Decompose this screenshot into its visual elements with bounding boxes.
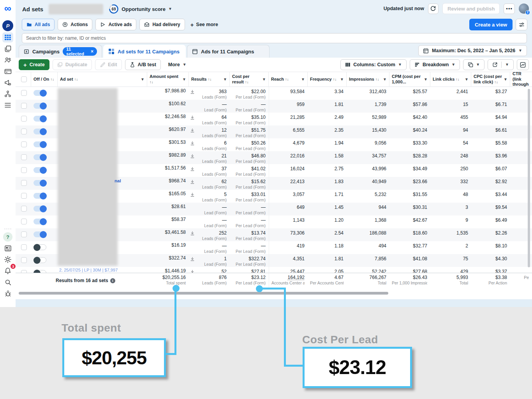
ab-test-button[interactable]: A/B test [125, 59, 161, 70]
duplicate-button[interactable]: Duplicate [53, 59, 92, 70]
ad-set-toggle[interactable] [33, 180, 46, 186]
search-input[interactable] [22, 33, 527, 43]
more-options-button[interactable]: ••• [504, 4, 515, 14]
filter-had-delivery[interactable]: Had delivery [139, 19, 185, 30]
amount-spent-cell: $322.74 [147, 254, 189, 267]
ad-set-name-link[interactable]: 2. 25/07/25 | LP | 30M | $7,997 [59, 268, 135, 272]
row-checkbox[interactable] [21, 141, 27, 147]
chevron-down-icon: ▼ [168, 7, 172, 11]
sidebar-item-business-assets[interactable] [2, 89, 13, 99]
row-checkbox[interactable] [21, 219, 27, 224]
view-settings-button[interactable] [516, 19, 527, 30]
ad-set-toggle[interactable] [33, 193, 46, 199]
row-checkbox[interactable] [21, 180, 27, 186]
meta-logo-icon[interactable]: ∞ [4, 3, 11, 13]
sidebar-item-help[interactable]: ? [2, 232, 13, 242]
sidebar-item-campaigns[interactable] [2, 44, 13, 54]
review-and-publish-button[interactable]: Review and publish [442, 3, 500, 14]
col-header-off-on[interactable]: Off / On ↑↓ [31, 72, 58, 87]
more-button[interactable]: More ▼ [164, 59, 191, 70]
col-header-cpm[interactable]: CPM (cost per 1,000...▼ [389, 72, 430, 87]
select-all-checkbox[interactable] [21, 76, 27, 82]
refresh-button[interactable] [428, 4, 439, 14]
row-checkbox[interactable] [21, 231, 27, 237]
filter-active-ads[interactable]: Active ads [95, 19, 136, 30]
tab-ad-sets[interactable]: Ad sets for 11 Campaigns [103, 45, 186, 58]
row-checkbox[interactable] [21, 154, 27, 160]
see-more-filters[interactable]: + See more [190, 21, 218, 28]
footer-total-cell: $20,255.16Total spent [147, 273, 189, 288]
info-icon[interactable]: i [110, 278, 115, 283]
reports-button[interactable]: ▼ [463, 59, 484, 70]
sidebar-item-settings[interactable] [2, 254, 13, 265]
vertical-scrollbar[interactable] [528, 89, 530, 267]
col-header-ctr[interactable]: CTR (link through [510, 72, 532, 87]
ad-set-toggle[interactable] [33, 103, 46, 109]
row-checkbox[interactable] [21, 129, 27, 134]
ad-set-toggle[interactable] [33, 244, 46, 250]
ad-set-toggle[interactable] [33, 90, 46, 96]
sidebar-item-ads-settings[interactable] [2, 78, 13, 88]
sidebar-item-all-tools[interactable] [2, 100, 13, 110]
row-checkbox[interactable] [21, 90, 27, 96]
workspace-avatar[interactable]: P [2, 20, 13, 31]
footer-total-cell: Pe [510, 273, 532, 288]
row-checkbox[interactable] [21, 167, 27, 173]
megaphone-icon [4, 79, 12, 87]
ad-set-toggle[interactable] [33, 167, 46, 173]
row-checkbox[interactable] [21, 103, 27, 109]
col-header-link-clicks[interactable]: Link clicks ↑↓▼ [430, 72, 471, 87]
sidebar-item-billing[interactable] [2, 66, 13, 76]
ad-set-toggle[interactable] [33, 257, 46, 263]
user-avatar[interactable]: f [519, 4, 529, 14]
row-checkbox[interactable] [21, 206, 27, 212]
sidebar-item-search[interactable] [2, 277, 13, 287]
create-view-button[interactable]: Create a view [469, 19, 513, 30]
sidebar-item-ads-manager[interactable] [2, 32, 13, 42]
row-checkbox[interactable] [21, 193, 27, 199]
row-checkbox[interactable] [21, 270, 27, 273]
ad-set-toggle[interactable] [33, 141, 46, 147]
sidebar-item-report-bug[interactable] [2, 288, 13, 298]
ad-set-toggle[interactable] [33, 116, 46, 122]
col-header-frequency[interactable]: Frequency ↑↓▼ [308, 72, 347, 87]
columns-button[interactable]: Columns: Custom ▼ [340, 59, 407, 70]
clear-selection-icon[interactable]: × [91, 49, 93, 54]
col-header-amount-spent[interactable]: Amount spent ↑↓▼ [147, 72, 189, 87]
create-button[interactable]: + Create [19, 59, 49, 70]
charts-button[interactable] [517, 59, 529, 70]
sidebar-item-notifications[interactable]: 3 [2, 266, 13, 276]
amount-spent-cell: $3,461.58 [147, 228, 189, 241]
ad-set-toggle[interactable] [33, 270, 46, 273]
export-button[interactable]: ▼ [488, 59, 514, 70]
opportunity-score[interactable]: 69 Opportunity score ▼ [109, 4, 172, 14]
col-header-impressions[interactable]: Impressions ↑↓▼ [347, 72, 389, 87]
ad-set-toggle[interactable] [33, 154, 46, 160]
col-header-cpc[interactable]: CPC (cost per link click) ↑↓▼ [471, 72, 510, 87]
filter-all-ads[interactable]: All ads [22, 19, 55, 30]
ad-set-toggle[interactable] [33, 219, 46, 224]
row-checkbox[interactable] [21, 116, 27, 122]
breakdown-button[interactable]: Breakdown ▼ [410, 59, 460, 70]
ad-set-toggle[interactable] [33, 129, 46, 134]
date-range-picker[interactable]: Maximum: Dec 5, 2022 – Jan 5, 2026 ▼ [418, 45, 527, 56]
col-header-cost-per-result[interactable]: Cost per result ↑↓▼ [230, 72, 269, 87]
horizontal-scrollbar[interactable] [19, 292, 388, 295]
ad-set-toggle[interactable] [33, 206, 46, 212]
sidebar-item-audiences[interactable] [2, 55, 13, 65]
col-header-reach[interactable]: Reach ↑↓▼ [269, 72, 308, 87]
row-checkbox[interactable] [21, 257, 27, 263]
edit-button[interactable]: Edit [95, 59, 122, 70]
search-icon [4, 279, 12, 286]
tab-ads[interactable]: Ads for 11 Campaigns [187, 45, 270, 58]
ad-set-name-fragment[interactable]: nal [115, 178, 121, 183]
sidebar-item-updates[interactable] [2, 243, 13, 253]
ad-set-toggle[interactable] [33, 231, 46, 237]
tab-campaigns[interactable]: A Campaigns 11 selected × [19, 45, 102, 58]
row-checkbox[interactable] [21, 244, 27, 250]
filter-actions[interactable]: Actions [58, 19, 92, 30]
col-header-results[interactable]: Results ↑↓▼ [189, 72, 230, 87]
col-header-ad-set[interactable]: Ad set ↑↓▼ [58, 72, 147, 87]
chevron-down-icon: ▼ [182, 78, 186, 81]
selected-count-badge[interactable]: 11 selected × [63, 47, 97, 56]
